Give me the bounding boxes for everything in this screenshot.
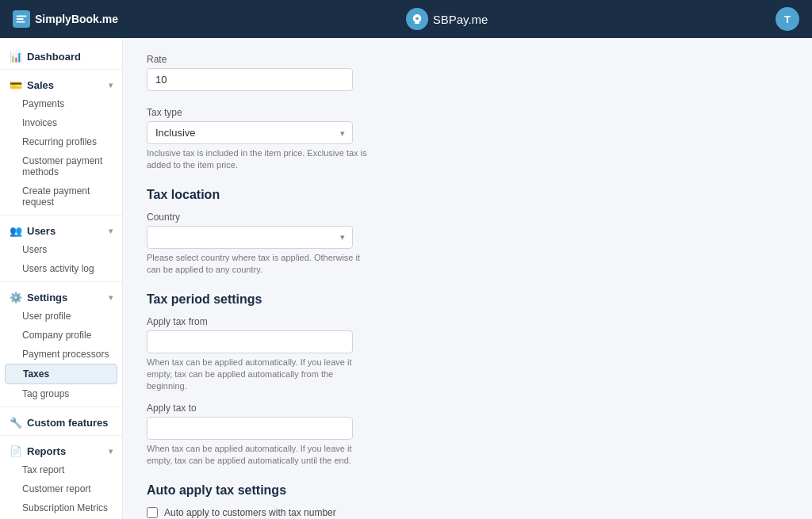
apply-from-hint: When tax can be applied automatically. I… [147,357,369,393]
sidebar-item-recurring[interactable]: Recurring profiles [0,132,122,151]
tax-type-section: Tax type Inclusive Exclusive ▾ Inclusive… [147,107,788,172]
apply-to-hint: When tax can be applied automatically. I… [147,443,369,467]
sidebar-item-customer-payment[interactable]: Customer payment methods [0,151,122,181]
chevron-down-icon: ▾ [109,293,113,302]
rate-input[interactable] [147,68,353,91]
sidebar-section-settings[interactable]: ⚙️ Settings ▾ [0,285,122,307]
sbpay-text: SBPay.me [433,13,488,26]
country-label: Country [147,212,788,223]
sidebar-item-users-activity[interactable]: Users activity log [0,259,122,278]
reports-icon: 📄 [10,445,22,457]
sidebar-item-create-payment[interactable]: Create payment request [0,181,122,212]
settings-icon: ⚙️ [10,292,22,303]
rate-section: Rate [147,54,788,91]
main-content: Rate Tax type Inclusive Exclusive ▾ Incl… [123,38,812,519]
tax-type-label: Tax type [147,107,788,118]
tax-location-title: Tax location [147,188,788,202]
auto-apply-title: Auto apply tax settings [147,483,788,498]
sidebar-item-tax-report[interactable]: Tax report [0,460,122,479]
custom-features-label: Custom features [27,417,109,429]
sidebar-section-reports[interactable]: 📄 Reports ▾ [0,439,122,460]
users-label: Users [27,225,56,237]
sidebar-item-payments[interactable]: Payments [0,94,122,113]
dashboard-label: Dashboard [27,51,81,63]
sales-icon: 💳 [10,79,22,91]
top-navigation: SimplyBook.me SBPay.me T [0,0,812,38]
sidebar-item-tag-groups[interactable]: Tag groups [0,384,122,403]
dashboard-icon: 📊 [10,51,22,63]
auto-apply-section: Auto apply tax settings Auto apply to cu… [147,483,788,519]
sidebar-item-taxes[interactable]: Taxes [5,364,117,384]
sidebar-section-users[interactable]: 👥 Users ▾ [0,219,122,240]
country-hint: Please select country where tax is appli… [147,252,369,277]
chevron-down-icon: ▾ [109,447,113,456]
tax-period-title: Tax period settings [147,292,788,307]
sidebar-item-users[interactable]: Users [0,240,122,259]
sidebar-section-sales[interactable]: 💳 Sales ▾ [0,73,122,94]
sidebar-item-subscription-metrics[interactable]: Subscription Metrics [0,498,122,517]
tax-type-select-wrapper: Inclusive Exclusive ▾ [147,121,353,144]
tax-period-section: Tax period settings Apply tax from When … [147,292,788,467]
tax-type-hint: Inclusive tax is included in the item pr… [147,147,369,172]
sidebar-item-payment-processors[interactable]: Payment processors [0,345,122,364]
sidebar-item-user-profile[interactable]: User profile [0,307,122,326]
tax-type-select[interactable]: Inclusive Exclusive [147,121,353,144]
user-avatar[interactable]: T [776,7,799,31]
checkbox-row-with-tax: Auto apply to customers with tax number [147,507,788,518]
sidebar-item-customer-report[interactable]: Customer report [0,479,122,498]
sidebar-item-dashboard[interactable]: 📊 Dashboard [0,44,122,66]
sbpay-branding: SBPay.me [406,8,488,30]
users-icon: 👥 [10,225,22,237]
logo-text: SimplyBook.me [35,13,118,25]
sbpay-icon [406,8,428,30]
apply-from-label: Apply tax from [147,316,788,327]
rate-label: Rate [147,54,788,65]
sidebar-section-custom-features[interactable]: 🔧 Custom features [0,410,122,432]
custom-features-icon: 🔧 [10,417,22,429]
checkbox1-label: Auto apply to customers with tax number [164,507,336,518]
chevron-down-icon: ▾ [109,227,113,235]
sidebar: 📊 Dashboard 💳 Sales ▾ Payments Invoices … [0,38,123,519]
sidebar-item-company-profile[interactable]: Company profile [0,326,122,345]
sales-label: Sales [27,79,54,91]
checkbox-with-tax-number[interactable] [147,507,158,518]
apply-to-input[interactable] [147,417,353,440]
country-select[interactable] [147,226,353,249]
settings-label: Settings [27,292,67,303]
apply-to-label: Apply tax to [147,403,788,414]
reports-label: Reports [27,445,66,457]
apply-from-input[interactable] [147,330,353,353]
country-select-wrapper: ▾ [147,226,353,249]
logo[interactable]: SimplyBook.me [13,10,118,28]
sidebar-item-invoices[interactable]: Invoices [0,113,122,132]
svg-point-1 [416,17,419,20]
tax-location-section: Tax location Country ▾ Please select cou… [147,188,788,277]
chevron-down-icon: ▾ [109,81,113,90]
